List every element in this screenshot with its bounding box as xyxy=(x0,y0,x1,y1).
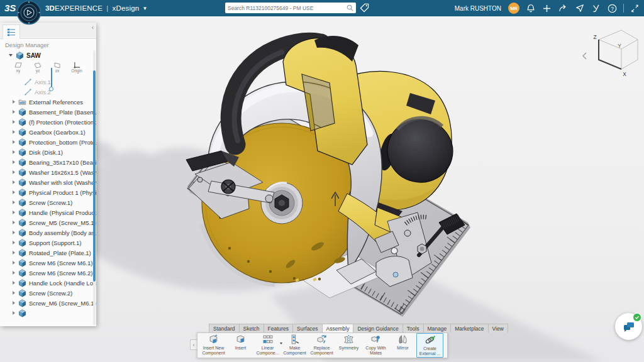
component-icon xyxy=(18,158,26,167)
tree-item[interactable]: Basement_Plate (Basem... xyxy=(0,107,94,117)
plane-yz[interactable]: yz xyxy=(31,60,45,77)
plane-xy[interactable]: xy xyxy=(11,60,25,77)
ribbon-tab[interactable]: Marketplace xyxy=(450,324,487,332)
blade-hub-bolt[interactable] xyxy=(261,182,303,224)
ribbon-tab[interactable]: Tools xyxy=(402,324,423,332)
expand-arrow-icon[interactable] xyxy=(13,180,15,184)
panel-collapse-icon[interactable]: ‹ xyxy=(92,24,94,31)
expand-arrow-icon[interactable] xyxy=(13,120,15,124)
axis-z-label[interactable]: Z xyxy=(593,34,596,40)
tree-item[interactable]: Screw (Screw.2) xyxy=(0,288,94,298)
create-external-button[interactable]: Create External ... xyxy=(416,333,443,358)
mirror-button[interactable]: Mirror xyxy=(389,333,416,358)
tree-item[interactable]: Screw (Screw.1) xyxy=(0,197,94,207)
ribbon-tab[interactable]: Assembly xyxy=(322,324,353,332)
view-cube[interactable]: Z Y X xyxy=(579,25,641,85)
tree-item[interactable]: External References xyxy=(0,97,94,107)
tree-item[interactable]: Physical Product 1 (Physi... xyxy=(0,187,94,197)
expand-arrow-icon[interactable] xyxy=(13,170,15,174)
sidebar-scrollbar-thumb[interactable] xyxy=(93,70,96,282)
tree-item[interactable]: Protection_bottom (Prote... xyxy=(0,137,94,147)
search-input[interactable] xyxy=(225,5,347,11)
axis-x-label[interactable]: X xyxy=(623,71,626,77)
expand-arrow-icon[interactable] xyxy=(13,301,15,305)
tree-item[interactable] xyxy=(0,308,94,318)
tree-item[interactable]: Body assembly (Body as... xyxy=(0,228,94,238)
tree-item[interactable]: Handle (Physical Product... xyxy=(0,207,94,217)
copy-with-mates-button[interactable]: Copy With Mates xyxy=(362,333,389,358)
ribbon-collapse-chevron[interactable]: ‹ xyxy=(190,339,197,350)
expand-arrow-icon[interactable] xyxy=(13,140,15,144)
expand-arrow-icon[interactable] xyxy=(13,271,15,275)
3dswym-icon[interactable] xyxy=(591,3,601,14)
expand-arrow-icon[interactable] xyxy=(13,190,15,194)
add-content-icon[interactable] xyxy=(541,3,552,14)
ribbon-tab[interactable]: Manage xyxy=(423,324,451,332)
tree-item[interactable]: Screw M6 (Screw M6.1) xyxy=(0,258,94,268)
expand-arrow-icon[interactable] xyxy=(13,291,15,295)
tree-item-axis1[interactable]: Axis.1 xyxy=(0,77,94,87)
expand-arrow-icon[interactable] xyxy=(13,251,15,255)
ribbon-tab[interactable]: View xyxy=(488,324,508,332)
collapse-window-icon[interactable] xyxy=(630,3,640,14)
expand-arrow-icon[interactable] xyxy=(13,150,15,154)
ribbon-tab[interactable]: Standard xyxy=(209,324,239,332)
tree-item[interactable]: Gearbox (Gearbox.1) xyxy=(0,127,94,137)
insert-button[interactable]: Insert xyxy=(227,333,254,358)
help-icon[interactable]: ? xyxy=(607,3,618,14)
insert-new-component-button[interactable]: Insert New Component xyxy=(200,333,227,358)
tree-root-saw[interactable]: SAW xyxy=(0,50,94,60)
share-arrow-icon[interactable] xyxy=(558,3,569,14)
tree-item[interactable]: Washer with slot (Washer... xyxy=(0,177,94,187)
expand-arrow-icon[interactable] xyxy=(13,160,15,164)
expand-arrow-icon[interactable] xyxy=(13,231,15,234)
ribbon-tab[interactable]: Sketch xyxy=(239,324,264,332)
expand-arrow-icon[interactable] xyxy=(13,100,15,104)
saw-3d-model[interactable] xyxy=(0,16,644,362)
expand-arrow-icon[interactable] xyxy=(13,221,15,224)
notifications-bell-icon[interactable] xyxy=(525,3,536,14)
expand-arrow-icon[interactable] xyxy=(13,130,15,134)
tag-icon[interactable] xyxy=(360,3,369,13)
3dexperience-compass[interactable] xyxy=(16,0,42,25)
tree-item[interactable]: Support (Support.1) xyxy=(0,238,94,248)
app-switch-chevron-icon[interactable]: ▼ xyxy=(142,6,147,11)
ribbon-tab[interactable]: Design Guidance xyxy=(353,324,402,332)
tree-item[interactable]: Screw M6 (Screw M6.2) xyxy=(0,268,94,278)
messages-button[interactable] xyxy=(615,313,642,340)
make-component-button[interactable]: Make Component xyxy=(281,333,308,358)
expand-arrow-icon[interactable] xyxy=(13,261,15,265)
tree-item[interactable]: Disk (Disk.1) xyxy=(0,147,94,157)
tree-item[interactable]: Rotated_Plate (Plate.1) xyxy=(0,248,94,258)
search-icon[interactable] xyxy=(347,4,353,11)
collapse-arrow-icon[interactable] xyxy=(9,54,13,57)
linear-component-button[interactable]: Linear Compone... xyxy=(254,333,281,358)
search-bar[interactable] xyxy=(225,3,356,13)
ribbon-tab[interactable]: Features xyxy=(264,324,293,332)
tree-item[interactable]: Screw_M5 (Screw_M5.1) xyxy=(0,217,94,228)
tree-item[interactable]: Handle Lock (Handle Loc... xyxy=(0,278,94,288)
user-name[interactable]: Mark RUSHTON xyxy=(455,5,501,12)
axis-y-label[interactable]: Y xyxy=(618,43,621,49)
user-avatar[interactable]: MR xyxy=(508,3,519,14)
tree-item[interactable]: (f) Protection (Protection.1) xyxy=(0,117,94,127)
ribbon-tab[interactable]: Surfaces xyxy=(292,324,322,332)
tree-item[interactable]: Bearing_35x17x10 (Beari... xyxy=(0,157,94,167)
expand-arrow-icon[interactable] xyxy=(13,200,15,204)
replace-component-button[interactable]: Replace Component xyxy=(308,333,335,358)
expand-arrow-icon[interactable] xyxy=(13,110,15,114)
tree-item-axis2[interactable]: Axis.2 xyxy=(0,87,94,97)
app-name[interactable]: xDesign xyxy=(112,4,139,12)
viewcube-expand-chevron-icon[interactable] xyxy=(583,53,586,59)
origin[interactable]: Origin xyxy=(70,60,84,77)
expand-arrow-icon[interactable] xyxy=(13,211,15,214)
symmetry-button[interactable]: Symmetry xyxy=(335,333,362,358)
design-manager-tab[interactable] xyxy=(3,25,20,39)
expand-arrow-icon[interactable] xyxy=(13,311,15,315)
send-share-icon[interactable] xyxy=(574,3,585,14)
tree-item[interactable]: Washer 16x26x1.5 (Wash... xyxy=(0,167,94,177)
plane-zx[interactable]: zx xyxy=(50,60,64,77)
expand-arrow-icon[interactable] xyxy=(13,241,15,244)
tree-item[interactable]: Screw_M6 (Screw_M6.1) xyxy=(0,298,94,308)
expand-arrow-icon[interactable] xyxy=(13,281,15,285)
